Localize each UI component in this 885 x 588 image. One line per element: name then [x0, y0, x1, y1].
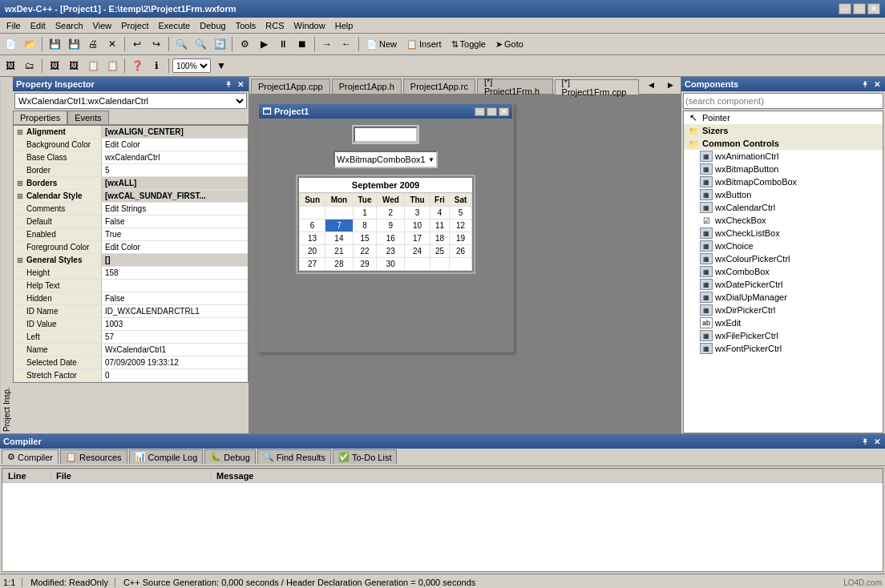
property-row[interactable]: ⊞Calendar Style[wxCAL_SUNDAY_FIRST... [14, 190, 248, 203]
cal-cell[interactable]: 5 [450, 207, 472, 219]
cal-cell[interactable]: 1 [353, 207, 377, 219]
save-btn[interactable]: 💾 [46, 35, 63, 53]
property-row[interactable]: Background ColorEdit Color [14, 139, 248, 151]
menu-rcs[interactable]: RCS [261, 19, 289, 32]
component-list-item[interactable]: ☑wxCheckBox [684, 214, 883, 227]
menu-file[interactable]: File [2, 19, 26, 32]
property-row[interactable]: Foreground ColorEdit Color [14, 241, 248, 254]
component-list-item[interactable]: ▦wxBitmapButton [684, 163, 883, 175]
compiler-tab-log[interactable]: 📊 Compile Log [129, 449, 204, 464]
compile-btn[interactable]: ⚙ [236, 35, 253, 53]
cal-cell[interactable]: 29 [353, 258, 377, 271]
redo-btn[interactable]: ↪ [148, 35, 165, 53]
components-pin-btn[interactable]: 🖈 [859, 80, 871, 89]
tab-frm-cpp[interactable]: [*] Project1Frm.cpp [555, 79, 639, 95]
compiler-tab-debug[interactable]: 🐛 Debug [204, 449, 255, 464]
property-value[interactable]: 07/09/2009 19:33:12 [102, 356, 248, 369]
component-list-item[interactable]: ▦wxChoice [684, 240, 883, 252]
tb2-btn2[interactable]: 🗂 [21, 57, 38, 75]
property-value[interactable]: Edit Strings [102, 203, 248, 215]
stop-btn[interactable]: ⏹ [293, 35, 311, 53]
cal-cell[interactable]: 9 [377, 219, 405, 232]
tab-events[interactable]: Events [67, 111, 109, 124]
property-row[interactable]: Border5 [14, 164, 248, 177]
property-value[interactable]: 158 [102, 267, 248, 279]
property-value[interactable]: 57 [102, 331, 248, 343]
print-btn[interactable]: 🖨 [84, 35, 102, 53]
component-list-item[interactable]: ▦wxCheckListBox [684, 227, 883, 240]
close-button[interactable]: ✕ [867, 3, 880, 14]
cal-cell[interactable]: 18 [430, 232, 449, 245]
cal-cell[interactable]: 23 [377, 245, 405, 258]
property-value[interactable]: 5 [102, 164, 248, 176]
property-row[interactable]: Base ClasswxCalendarCtrl [14, 151, 248, 164]
property-value[interactable]: Edit Color [102, 241, 248, 253]
compiler-tab-find[interactable]: 🔍 Find Results [257, 449, 331, 464]
zoom-selector[interactable]: 100% [172, 58, 211, 73]
tab-app-h[interactable]: Project1App.h [332, 79, 402, 94]
compiler-tab-compiler[interactable]: ⚙ Compiler [2, 449, 59, 464]
menu-help[interactable]: Help [330, 19, 358, 32]
component-list-item[interactable]: ▦wxFilePickerCtrl [684, 329, 883, 342]
property-value[interactable]: False [102, 215, 248, 228]
property-value[interactable] [102, 280, 248, 292]
property-value[interactable]: WxCalendarCtrl1 [102, 344, 248, 356]
property-row[interactable]: ID NameID_WXCALENDARCTRL1 [14, 305, 248, 318]
cal-cell[interactable] [430, 258, 449, 271]
cal-cell[interactable]: 10 [405, 219, 430, 232]
pin-button[interactable]: 🖈 [223, 80, 234, 89]
cal-cell[interactable] [300, 207, 325, 219]
menu-tools[interactable]: Tools [231, 19, 261, 32]
indent-btn[interactable]: → [318, 35, 336, 53]
component-list-item[interactable]: ▦wxDatePickerCtrl [684, 278, 883, 291]
cal-cell[interactable]: 6 [300, 219, 325, 232]
property-value[interactable]: 0 [102, 369, 248, 381]
cal-cell[interactable]: 11 [430, 219, 449, 232]
component-selector[interactable]: WxCalendarCtrl1:wxCalendarCtrl [14, 93, 247, 109]
property-row[interactable]: EnabledTrue [14, 228, 248, 241]
save-all-btn[interactable]: 💾 [65, 35, 83, 53]
tb2-btn3[interactable]: 🖼 [46, 57, 63, 75]
cal-cell[interactable]: 27 [300, 258, 325, 271]
component-list-item[interactable]: ▦wxDirPickerCtrl [684, 304, 883, 316]
property-row[interactable]: Left57 [14, 331, 248, 344]
component-list-item[interactable]: ↖Pointer [684, 111, 883, 124]
cal-cell[interactable]: 13 [300, 232, 325, 245]
component-category-item[interactable]: 📁Common Controls [684, 137, 883, 150]
menu-search[interactable]: Search [51, 19, 88, 32]
close-btn[interactable]: ✕ [103, 35, 121, 53]
property-row[interactable]: ID Value1003 [14, 318, 248, 331]
toggle-button[interactable]: ⇅ Toggle [447, 35, 490, 53]
property-value[interactable]: 1003 [102, 318, 248, 330]
insert-button[interactable]: 📋 Insert [402, 35, 446, 53]
tab-app-cpp[interactable]: Project1App.cpp [251, 79, 330, 94]
run-btn[interactable]: ▶ [255, 35, 273, 53]
property-row[interactable]: ⊞Borders[wxALL] [14, 177, 248, 190]
property-value[interactable]: [wxALL] [102, 177, 248, 189]
maximize-button[interactable]: □ [853, 3, 866, 14]
form-textbox[interactable] [354, 127, 418, 143]
component-list-item[interactable]: ▦wxAnimationCtrl [684, 150, 883, 163]
component-list-item[interactable]: abwxEdit [684, 316, 883, 329]
component-category-item[interactable]: 📁Sizers [684, 124, 883, 137]
tab-properties[interactable]: Properties [13, 111, 67, 124]
open-btn[interactable]: 📂 [21, 35, 38, 53]
cal-cell[interactable] [405, 258, 430, 271]
find-btn[interactable]: 🔍 [172, 35, 190, 53]
component-list-item[interactable]: ▦wxBitmapComboBox [684, 175, 883, 188]
unindent-btn[interactable]: ← [337, 35, 355, 53]
compiler-close-btn[interactable]: ✕ [872, 437, 882, 446]
property-row[interactable]: Height158 [14, 267, 248, 280]
menu-project[interactable]: Project [116, 19, 153, 32]
component-list-item[interactable]: ▦wxColourPickerCtrl [684, 252, 883, 265]
component-list-item[interactable]: ▦wxDialUpManager [684, 291, 883, 304]
tab-frm-h[interactable]: [*] Project1Frm.h [477, 79, 553, 94]
cal-cell[interactable]: 2 [377, 207, 405, 219]
property-row[interactable]: Stretch Factor0 [14, 369, 248, 382]
property-value[interactable]: [wxCAL_SUNDAY_FIRST... [102, 190, 248, 202]
cal-cell[interactable] [325, 207, 353, 219]
components-close-btn[interactable]: ✕ [872, 80, 882, 89]
tb2-btn4[interactable]: 🖼 [65, 57, 83, 75]
property-value[interactable]: Edit Color [102, 139, 248, 151]
compiler-tab-todo[interactable]: ✅ To-Do List [333, 449, 398, 464]
